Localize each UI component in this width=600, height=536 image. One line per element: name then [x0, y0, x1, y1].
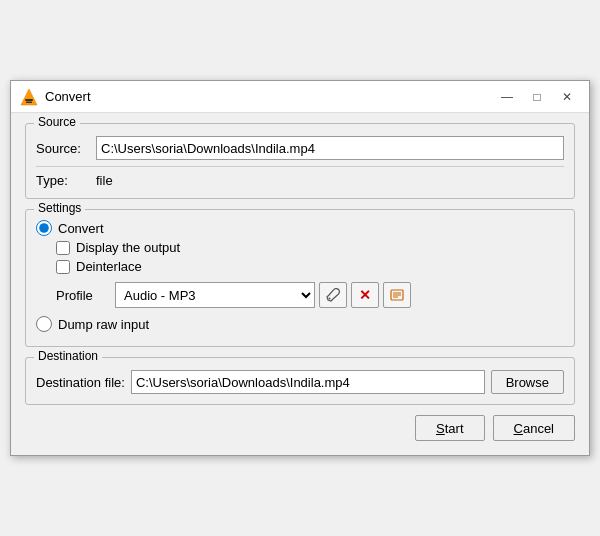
display-output-label: Display the output	[76, 240, 180, 255]
maximize-button[interactable]: □	[523, 85, 551, 109]
deinterlace-checkbox[interactable]	[56, 260, 70, 274]
destination-group: Destination Destination file: Browse	[25, 357, 575, 405]
display-output-row: Display the output	[56, 240, 564, 255]
convert-window: Convert — □ ✕ Source Source: Type: file …	[10, 80, 590, 456]
wrench-button[interactable]	[319, 282, 347, 308]
start-label: Start	[436, 421, 463, 436]
close-button[interactable]: ✕	[553, 85, 581, 109]
type-field-row: Type: file	[36, 173, 564, 188]
vlc-icon	[19, 87, 39, 107]
dump-raw-label: Dump raw input	[58, 317, 149, 332]
title-bar: Convert — □ ✕	[11, 81, 589, 113]
new-profile-icon	[390, 288, 404, 302]
source-group-label: Source	[34, 115, 80, 129]
destination-input[interactable]	[131, 370, 485, 394]
destination-row: Destination file: Browse	[36, 370, 564, 394]
settings-group-label: Settings	[34, 201, 85, 215]
deinterlace-label: Deinterlace	[76, 259, 142, 274]
deinterlace-row: Deinterlace	[56, 259, 564, 274]
wrench-icon	[326, 288, 340, 302]
edit-profile-button[interactable]	[383, 282, 411, 308]
profile-label: Profile	[56, 288, 111, 303]
type-value: file	[96, 173, 113, 188]
svg-rect-2	[26, 101, 32, 103]
action-row: Start Cancel	[25, 415, 575, 441]
cancel-label: Cancel	[514, 421, 554, 436]
dest-file-label: Destination file:	[36, 375, 125, 390]
profile-row: Profile Audio - MP3 Video - H.264 + MP3 …	[56, 282, 564, 308]
convert-radio[interactable]	[36, 220, 52, 236]
convert-radio-row: Convert	[36, 220, 564, 236]
profile-select[interactable]: Audio - MP3 Video - H.264 + MP3 (MP4) Vi…	[115, 282, 315, 308]
dump-raw-radio[interactable]	[36, 316, 52, 332]
browse-button[interactable]: Browse	[491, 370, 564, 394]
source-input[interactable]	[96, 136, 564, 160]
start-button[interactable]: Start	[415, 415, 484, 441]
dump-raw-radio-row: Dump raw input	[36, 316, 564, 332]
type-label: Type:	[36, 173, 96, 188]
settings-group: Settings Convert Display the output Dein…	[25, 209, 575, 347]
source-label: Source:	[36, 141, 96, 156]
delete-profile-button[interactable]: ✕	[351, 282, 379, 308]
cancel-button[interactable]: Cancel	[493, 415, 575, 441]
delete-icon: ✕	[359, 287, 371, 303]
window-title: Convert	[45, 89, 493, 104]
display-output-checkbox[interactable]	[56, 241, 70, 255]
minimize-button[interactable]: —	[493, 85, 521, 109]
window-controls: — □ ✕	[493, 85, 581, 109]
source-group: Source Source: Type: file	[25, 123, 575, 199]
source-divider	[36, 166, 564, 167]
svg-rect-1	[25, 99, 33, 101]
destination-group-label: Destination	[34, 349, 102, 363]
main-content: Source Source: Type: file Settings Conve…	[11, 113, 589, 455]
svg-point-3	[329, 298, 331, 300]
convert-radio-label: Convert	[58, 221, 104, 236]
source-field-row: Source:	[36, 136, 564, 160]
